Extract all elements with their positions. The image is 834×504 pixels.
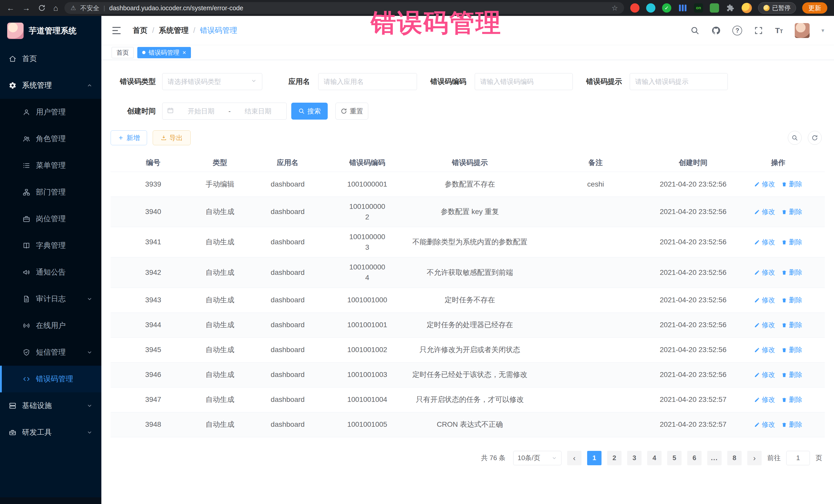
font-size-icon[interactable]: TT [775,26,783,35]
sidebar-item-announcements[interactable]: 通知公告 [0,259,101,286]
delete-link[interactable]: 删除 [782,370,803,380]
delete-link[interactable]: 删除 [782,295,803,305]
github-icon[interactable] [711,26,721,35]
error-msg-input[interactable] [630,73,727,90]
breadcrumb-home[interactable]: 首页 [133,25,148,36]
refresh-table-button[interactable] [808,131,822,145]
search-icon[interactable] [690,26,700,35]
sidebar-item-roles[interactable]: 角色管理 [0,126,101,152]
sidebar-item-system[interactable]: 系统管理 [0,72,101,99]
tab-error-code[interactable]: 错误码管理 × [137,47,191,58]
browser-home-icon[interactable]: ⌂ [53,4,58,12]
sidebar-logo[interactable]: 芋道管理系统 [0,16,101,45]
cell-id: 3939 [111,172,196,197]
browser-forward-icon[interactable]: → [22,4,30,12]
goto-label: 前往 [767,454,781,462]
app-name-input[interactable] [319,73,417,90]
edit-link[interactable]: 修改 [754,237,775,247]
filter-row-2: 创建时间 开始日期 - 结束日期 搜索 重置 [111,103,825,119]
edit-link[interactable]: 修改 [754,179,775,189]
prev-page-button[interactable]: ‹ [567,451,581,465]
sidebar-toggle-icon[interactable] [111,25,122,36]
pager-page-2[interactable]: 2 [607,451,621,465]
export-button[interactable]: 导出 [153,130,191,145]
sidebar-item-audit-logs[interactable]: 审计日志 [0,286,101,312]
browser-profile-avatar[interactable] [742,3,752,13]
avatar-caret-icon[interactable]: ▾ [821,27,824,34]
goto-page-input[interactable] [786,451,810,465]
add-button[interactable]: 新增 [111,130,147,145]
cell-id: 3943 [111,288,196,312]
extension-icon-leaf[interactable] [710,3,719,13]
pager-page-5[interactable]: 5 [667,451,682,465]
pager-page-4[interactable]: 4 [647,451,662,465]
sidebar-item-online-users[interactable]: 在线用户 [0,312,101,339]
end-date-placeholder[interactable]: 结束日期 [234,107,282,116]
delete-link[interactable]: 删除 [782,207,803,217]
update-button[interactable]: 更新 [802,2,827,14]
pager-page-3[interactable]: 3 [627,451,641,465]
edit-link[interactable]: 修改 [754,345,775,355]
pager-page-1[interactable]: 1 [587,451,601,465]
fullscreen-icon[interactable] [754,26,763,35]
sidebar-item-dictionary[interactable]: 字典管理 [0,232,101,259]
sidebar-item-infrastructure[interactable]: 基础设施 [0,392,101,419]
bookmark-star-icon[interactable]: ☆ [612,4,618,12]
sidebar-item-home[interactable]: 首页 [0,45,101,72]
error-type-select[interactable]: 请选择错误码类型 [162,73,262,90]
address-bar[interactable]: ⚠ 不安全 | dashboard.yudao.iocoder.cn/syste… [64,2,624,14]
tab-home[interactable]: 首页 [112,47,134,58]
extension-icon-record[interactable] [630,3,639,13]
sidebar-item-menus[interactable]: 菜单管理 [0,152,101,179]
cell-create-time: 2021-04-20 23:52:56 [655,338,731,363]
edit-link[interactable]: 修改 [754,268,775,278]
pager-page-8[interactable]: 8 [727,451,742,465]
sidebar-item-sms[interactable]: 短信管理 [0,339,101,366]
extension-icon-password[interactable]: on [694,3,703,13]
cell-operations: 修改 删除 [731,227,825,257]
avatar[interactable] [795,23,810,38]
date-range-picker[interactable]: 开始日期 - 结束日期 [162,103,287,119]
sidebar-item-label: 基础设施 [22,400,52,411]
browser-back-icon[interactable]: ← [7,4,15,12]
delete-link[interactable]: 删除 [782,179,803,189]
pager-page-6[interactable]: 6 [687,451,702,465]
sidebar-item-dev-tools[interactable]: 研发工具 [0,419,101,446]
trash-icon [782,209,787,215]
edit-link[interactable]: 修改 [754,207,775,217]
start-date-placeholder[interactable]: 开始日期 [177,107,225,116]
browser-refresh-icon[interactable] [38,4,46,12]
breadcrumb-system[interactable]: 系统管理 [159,25,189,36]
edit-link[interactable]: 修改 [754,420,775,430]
next-page-button[interactable]: › [747,451,762,465]
edit-link[interactable]: 修改 [754,295,775,305]
cell-id: 3946 [111,363,196,387]
extension-icon-check[interactable]: ✓ [662,3,671,13]
sidebar-item-positions[interactable]: 岗位管理 [0,205,101,232]
sidebar-item-users[interactable]: 用户管理 [0,99,101,126]
sidebar-item-departments[interactable]: 部门管理 [0,179,101,205]
extensions-puzzle-icon[interactable] [726,3,735,13]
error-code-input[interactable] [475,73,572,90]
delete-link[interactable]: 删除 [782,320,803,330]
delete-link[interactable]: 删除 [782,395,803,405]
search-button[interactable]: 搜索 [291,103,328,119]
reset-button[interactable]: 重置 [335,103,368,119]
help-icon[interactable]: ? [732,26,742,36]
extension-icon-columns[interactable] [678,3,687,13]
extension-icon-drop[interactable] [646,3,655,13]
delete-link[interactable]: 删除 [782,268,803,278]
delete-link[interactable]: 删除 [782,345,803,355]
close-icon[interactable]: × [182,49,186,56]
page-size-select[interactable]: 10条/页 [513,451,562,465]
delete-link[interactable]: 删除 [782,237,803,247]
edit-link[interactable]: 修改 [754,370,775,380]
paused-badge[interactable]: 已暂停 [758,2,796,14]
delete-link[interactable]: 删除 [782,420,803,430]
sidebar-item-error-code[interactable]: 错误码管理 [0,366,101,392]
pager-ellipsis[interactable]: ... [707,451,722,465]
edit-link[interactable]: 修改 [754,320,775,330]
edit-link[interactable]: 修改 [754,395,775,405]
toggle-search-button[interactable] [788,131,802,145]
cell-create-time: 2021-04-20 23:52:57 [655,388,731,412]
